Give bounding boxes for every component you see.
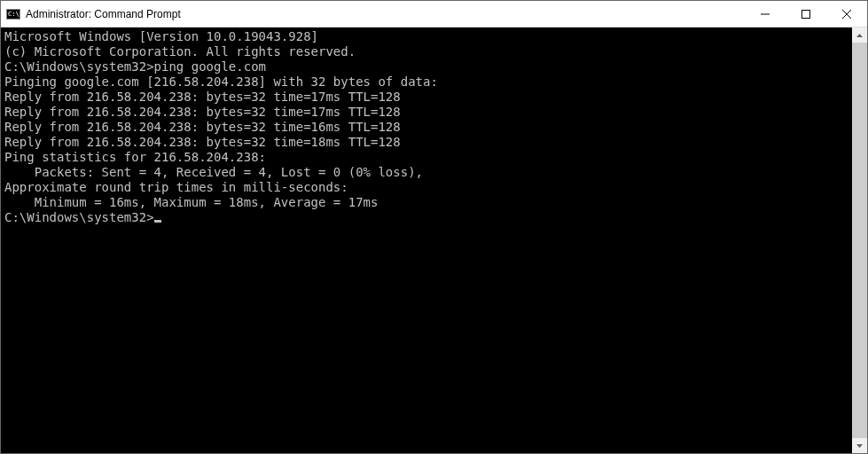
window-title: Administrator: Command Prompt <box>26 8 181 20</box>
scroll-down-button[interactable] <box>852 438 867 453</box>
svg-rect-3 <box>802 10 810 18</box>
scroll-track[interactable] <box>852 43 867 438</box>
terminal-line: Ping statistics for 216.58.204.238: <box>4 150 848 165</box>
cmd-icon: C:\ <box>6 7 20 21</box>
window: C:\ Administrator: Command Prompt Micros… <box>0 0 868 454</box>
svg-marker-7 <box>856 444 863 448</box>
cursor <box>154 220 161 223</box>
terminal-line: (c) Microsoft Corporation. All rights re… <box>4 44 848 59</box>
svg-text:C:\: C:\ <box>8 11 20 18</box>
terminal-line: Reply from 216.58.204.238: bytes=32 time… <box>4 135 848 150</box>
terminal-line: C:\Windows\system32> <box>4 210 848 225</box>
terminal-line: Pinging google.com [216.58.204.238] with… <box>4 74 848 90</box>
vertical-scrollbar[interactable] <box>852 27 867 453</box>
terminal-line: Microsoft Windows [Version 10.0.19043.92… <box>4 29 848 44</box>
terminal-line: Reply from 216.58.204.238: bytes=32 time… <box>4 90 848 105</box>
terminal-line: Minimum = 16ms, Maximum = 18ms, Average … <box>4 195 848 210</box>
scroll-thumb[interactable] <box>852 43 867 438</box>
scroll-up-button[interactable] <box>852 27 867 43</box>
maximize-button[interactable] <box>786 1 826 27</box>
terminal-line: Packets: Sent = 4, Received = 4, Lost = … <box>4 165 848 180</box>
terminal-line: Approximate round trip times in milli-se… <box>4 180 848 195</box>
terminal-output[interactable]: Microsoft Windows [Version 10.0.19043.92… <box>1 27 852 453</box>
terminal-line: Reply from 216.58.204.238: bytes=32 time… <box>4 120 848 135</box>
client-area: Microsoft Windows [Version 10.0.19043.92… <box>1 27 867 453</box>
terminal-line: C:\Windows\system32>ping google.com <box>4 59 848 74</box>
titlebar[interactable]: C:\ Administrator: Command Prompt <box>1 1 867 27</box>
close-button[interactable] <box>826 1 867 27</box>
minimize-button[interactable] <box>745 1 786 27</box>
svg-marker-6 <box>856 34 863 37</box>
terminal-line: Reply from 216.58.204.238: bytes=32 time… <box>4 105 848 120</box>
